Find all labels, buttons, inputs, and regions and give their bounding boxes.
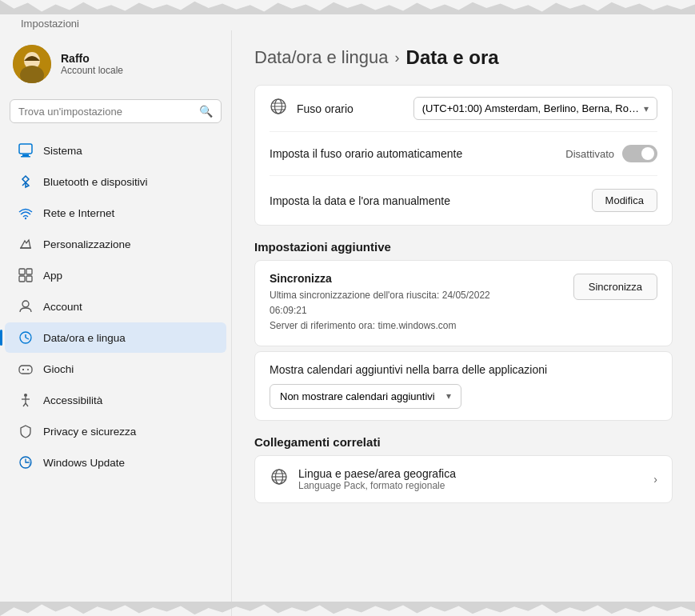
- content-area: Data/ora e lingua › Data e ora Fuso orar…: [232, 30, 695, 616]
- manual-time-row: Imposta la data e l'ora manualmente Modi…: [255, 176, 672, 225]
- svg-point-20: [27, 369, 29, 370]
- svg-rect-5: [21, 156, 30, 158]
- sidebar-item-accessibilita-label: Accessibilità: [43, 394, 102, 406]
- related-item-icon: [270, 467, 289, 491]
- bluetooth-icon: [18, 174, 34, 190]
- avatar: [13, 45, 51, 83]
- calendar-card: Mostra calendari aggiuntivi nella barra …: [254, 351, 673, 421]
- sync-button[interactable]: Sincronizza: [573, 274, 657, 300]
- app-icon: [18, 267, 34, 283]
- svg-line-24: [23, 403, 26, 406]
- breadcrumb-separator: ›: [395, 50, 400, 66]
- svg-line-16: [26, 338, 29, 339]
- svg-point-7: [25, 218, 26, 219]
- sidebar-item-bluetooth[interactable]: Bluetooth e dispositivi: [5, 166, 226, 197]
- timezone-label: Fuso orario: [297, 102, 404, 115]
- related-title: Collegamenti correlati: [254, 435, 673, 449]
- auto-timezone-status: Disattivato: [565, 148, 614, 160]
- svg-point-21: [24, 394, 27, 397]
- sidebar-item-privacy[interactable]: Privacy e sicurezza: [5, 416, 226, 446]
- sidebar-item-account[interactable]: Account: [5, 291, 226, 322]
- search-box[interactable]: 🔍: [10, 99, 222, 123]
- sidebar-item-personalizzazione[interactable]: Personalizzazione: [5, 229, 226, 259]
- modify-button[interactable]: Modifica: [592, 189, 657, 212]
- sidebar-item-account-label: Account: [43, 301, 82, 313]
- dataora-icon: [18, 330, 34, 346]
- accessibilita-icon: [18, 392, 34, 408]
- related-item-lingua[interactable]: Lingua e paese/area geografica Language …: [254, 455, 673, 503]
- auto-timezone-label: Imposta il fuso orario automaticamente: [270, 147, 556, 160]
- search-icon: 🔍: [199, 105, 213, 118]
- svg-rect-10: [26, 269, 32, 274]
- breadcrumb: Data/ora e lingua › Data e ora: [254, 46, 673, 69]
- personalizzazione-icon: [18, 236, 34, 252]
- timezone-card: Fuso orario (UTC+01:00) Amsterdam, Berli…: [254, 85, 673, 226]
- user-name: Raffo: [61, 52, 123, 65]
- user-info: Raffo Account locale: [61, 52, 123, 76]
- timezone-globe-icon: [270, 98, 287, 119]
- svg-rect-3: [19, 144, 32, 154]
- account-icon: [18, 298, 34, 314]
- toggle-knob: [641, 147, 654, 160]
- calendar-label: Mostra calendari aggiuntivi nella barra …: [270, 363, 657, 376]
- main-container: Raffo Account locale 🔍 Sistema Bluetooth…: [0, 30, 695, 616]
- impostazioni-header-bar: Impostazioni: [0, 14, 695, 30]
- sync-detail: Ultima sincronizzazione dell'ora riuscit…: [270, 288, 564, 334]
- auto-timezone-toggle[interactable]: [622, 145, 657, 162]
- timezone-chevron-icon: ▾: [644, 103, 649, 114]
- privacy-icon: [18, 423, 34, 439]
- user-subtitle: Account locale: [61, 65, 123, 76]
- giochi-icon: [18, 361, 34, 377]
- additional-settings-title: Impostazioni aggiuntive: [254, 240, 673, 254]
- sidebar-item-accessibilita[interactable]: Accessibilità: [5, 385, 226, 415]
- svg-point-13: [22, 301, 29, 307]
- svg-line-25: [26, 403, 28, 406]
- calendar-dropdown-value: Non mostrare calendari aggiuntivi: [280, 390, 446, 402]
- nav-list: Sistema Bluetooth e dispositivi Rete e I…: [0, 131, 231, 616]
- search-input[interactable]: [18, 106, 193, 118]
- sidebar: Raffo Account locale 🔍 Sistema Bluetooth…: [0, 30, 232, 616]
- svg-rect-4: [22, 154, 29, 156]
- sync-detail-line2: 06:09:21: [270, 305, 307, 316]
- sidebar-item-dataora[interactable]: Data/ora e lingua: [5, 322, 226, 353]
- sidebar-item-bluetooth-label: Bluetooth e dispositivi: [43, 176, 148, 188]
- sidebar-item-app-label: App: [43, 270, 62, 282]
- sidebar-item-dataora-label: Data/ora e lingua: [43, 332, 126, 344]
- related-item-info: Lingua e paese/area geografica Language …: [298, 467, 644, 491]
- related-item-name: Lingua e paese/area geografica: [298, 467, 644, 480]
- sync-card: Sincronizza Ultima sincronizzazione dell…: [254, 260, 673, 346]
- windowsupdate-icon: [18, 454, 34, 470]
- sidebar-item-giochi[interactable]: Giochi: [5, 354, 226, 384]
- timezone-selected-value: (UTC+01:00) Amsterdam, Berlino, Berna, R…: [422, 102, 639, 114]
- manual-time-label: Imposta la data e l'ora manualmente: [270, 194, 582, 207]
- calendar-dropdown[interactable]: Non mostrare calendari aggiuntivi ▾: [270, 384, 461, 409]
- related-item-sub: Language Pack, formato regionale: [298, 480, 644, 491]
- sidebar-item-sistema[interactable]: Sistema: [5, 135, 226, 166]
- impostazioni-label: Impostazioni: [11, 14, 79, 30]
- sync-title: Sincronizza: [270, 272, 564, 285]
- auto-timezone-row: Imposta il fuso orario automaticamente D…: [255, 132, 672, 175]
- related-item-chevron-icon: ›: [653, 473, 657, 486]
- sidebar-item-rete-label: Rete e Internet: [43, 207, 114, 219]
- sistema-icon: [18, 142, 34, 158]
- sidebar-item-sistema-label: Sistema: [43, 145, 82, 157]
- svg-rect-9: [19, 269, 25, 274]
- breadcrumb-current: Data e ora: [406, 46, 499, 69]
- sync-detail-line1: Ultima sincronizzazione dell'ora riuscit…: [270, 290, 490, 301]
- sidebar-item-personalizzazione-label: Personalizzazione: [43, 238, 131, 250]
- timezone-dropdown[interactable]: (UTC+01:00) Amsterdam, Berlino, Berna, R…: [413, 97, 657, 120]
- rete-icon: [18, 205, 34, 221]
- jagged-top-edge: [0, 0, 695, 14]
- breadcrumb-parent: Data/ora e lingua: [254, 47, 389, 68]
- calendar-chevron-icon: ▾: [446, 390, 451, 402]
- sidebar-item-rete[interactable]: Rete e Internet: [5, 198, 226, 228]
- svg-rect-11: [19, 276, 25, 282]
- sidebar-item-privacy-label: Privacy e sicurezza: [43, 426, 136, 438]
- user-profile[interactable]: Raffo Account locale: [0, 30, 231, 94]
- sync-detail-line3: Server di riferimento ora: time.windows.…: [270, 320, 456, 331]
- sidebar-item-giochi-label: Giochi: [43, 363, 74, 375]
- sidebar-item-app[interactable]: App: [5, 260, 226, 290]
- svg-rect-17: [19, 366, 32, 374]
- sidebar-item-windowsupdate[interactable]: Windows Update: [5, 447, 226, 478]
- sidebar-item-windowsupdate-label: Windows Update: [43, 457, 125, 469]
